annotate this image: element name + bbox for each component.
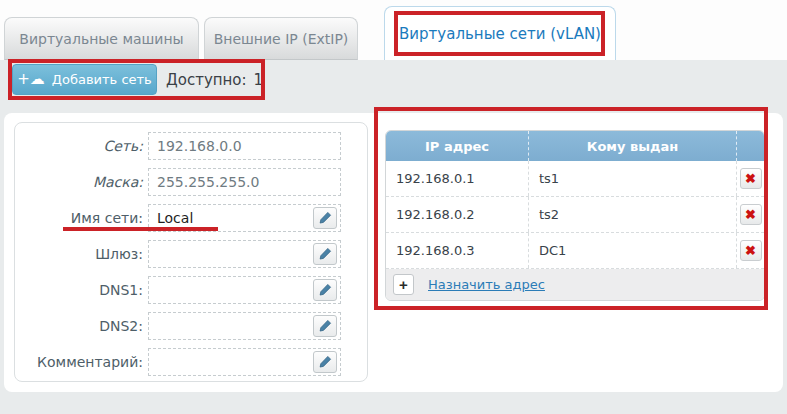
pencil-icon (318, 355, 332, 369)
pencil-icon (318, 211, 332, 225)
form-row-network-name: Имя сети: (15, 204, 367, 232)
edit-dns1-button[interactable] (313, 279, 337, 301)
tab-virtual-machines[interactable]: Виртуальные машины (4, 17, 199, 60)
network-label: Сеть: (15, 138, 148, 154)
gateway-label: Шлюз: (15, 246, 148, 262)
tab-external-ip[interactable]: Внешние IP (ExtIP) (204, 17, 358, 60)
cell-ip-address: 192.168.0.1 (386, 161, 528, 196)
form-row-network: Сеть: (15, 132, 367, 160)
cell-assigned-to: ts2 (528, 197, 736, 232)
cell-ip-address: 192.168.0.2 (386, 197, 528, 232)
cell-assigned-to: ts1 (528, 161, 736, 196)
tab-label: Виртуальные сети (vLAN) (399, 25, 601, 43)
edit-network-name-button[interactable] (313, 207, 337, 229)
cell-assigned-to: DC1 (528, 233, 736, 268)
network-field (148, 132, 341, 160)
edit-gateway-button[interactable] (313, 243, 337, 265)
plus-icon: + (399, 277, 408, 292)
pencil-icon (318, 247, 332, 261)
dns2-input[interactable] (149, 313, 340, 339)
form-row-mask: Маска: (15, 168, 367, 196)
dns1-field (148, 276, 341, 304)
tab-virtual-networks[interactable]: Виртуальные сети (vLAN) (384, 6, 616, 60)
table-row: 192.168.0.3 DC1 ✖ (386, 233, 764, 269)
ip-assignment-table: IP адрес Кому выдан 192.168.0.1 ts1 ✖ 19… (385, 130, 765, 301)
gateway-field (148, 240, 341, 268)
delete-ip-button[interactable]: ✖ (740, 168, 762, 189)
network-name-input[interactable] (149, 205, 340, 231)
vlan-management-screen: Виртуальные машины Внешние IP (ExtIP) Ви… (0, 0, 787, 414)
form-row-gateway: Шлюз: (15, 240, 367, 268)
dns1-label: DNS1: (15, 282, 148, 298)
add-network-button-label: Добавить сеть (52, 72, 152, 87)
available-count: 1 (254, 71, 264, 89)
header-actions (736, 131, 764, 161)
delete-x-icon: ✖ (745, 244, 756, 257)
form-row-dns1: DNS1: (15, 276, 367, 304)
delete-x-icon: ✖ (745, 172, 756, 185)
network-name-field (148, 204, 341, 232)
assign-address-plus-button[interactable]: + (393, 274, 414, 295)
gateway-input[interactable] (149, 241, 340, 267)
mask-label: Маска: (15, 174, 148, 190)
network-input[interactable] (149, 133, 340, 159)
network-name-label: Имя сети: (15, 210, 148, 226)
cloud-plus-icon: +☁ (17, 72, 45, 87)
pencil-icon (318, 283, 332, 297)
header-assigned-to: Кому выдан (528, 131, 736, 161)
form-row-dns2: DNS2: (15, 312, 367, 340)
cell-ip-address: 192.168.0.3 (386, 233, 528, 268)
table-footer: + Назначить адрес (386, 269, 764, 300)
tab-label: Внешние IP (ExtIP) (214, 31, 349, 47)
form-row-comment: Комментарий: (15, 348, 367, 376)
mask-field (148, 168, 341, 196)
mask-input[interactable] (149, 169, 340, 195)
dns1-input[interactable] (149, 277, 340, 303)
dns2-label: DNS2: (15, 318, 148, 334)
comment-label: Комментарий: (15, 354, 148, 370)
tab-label: Виртуальные машины (19, 31, 183, 47)
available-counter: Доступно: 1 (166, 64, 263, 95)
table-row: 192.168.0.1 ts1 ✖ (386, 161, 764, 197)
delete-ip-button[interactable]: ✖ (740, 240, 762, 261)
header-ip-address: IP адрес (386, 131, 528, 161)
comment-input[interactable] (149, 349, 340, 375)
delete-ip-button[interactable]: ✖ (740, 204, 762, 225)
pencil-icon (318, 319, 332, 333)
edit-comment-button[interactable] (313, 351, 337, 373)
assign-address-link[interactable]: Назначить адрес (428, 277, 545, 292)
table-header-row: IP адрес Кому выдан (386, 131, 764, 161)
available-label: Доступно: (166, 71, 247, 89)
table-row: 192.168.0.2 ts2 ✖ (386, 197, 764, 233)
add-network-button[interactable]: +☁ Добавить сеть (12, 64, 157, 95)
dns2-field (148, 312, 341, 340)
comment-field (148, 348, 341, 376)
delete-x-icon: ✖ (745, 208, 756, 221)
edit-dns2-button[interactable] (313, 315, 337, 337)
network-settings-form: Сеть: Маска: Имя сети: Шлюз (14, 122, 368, 382)
